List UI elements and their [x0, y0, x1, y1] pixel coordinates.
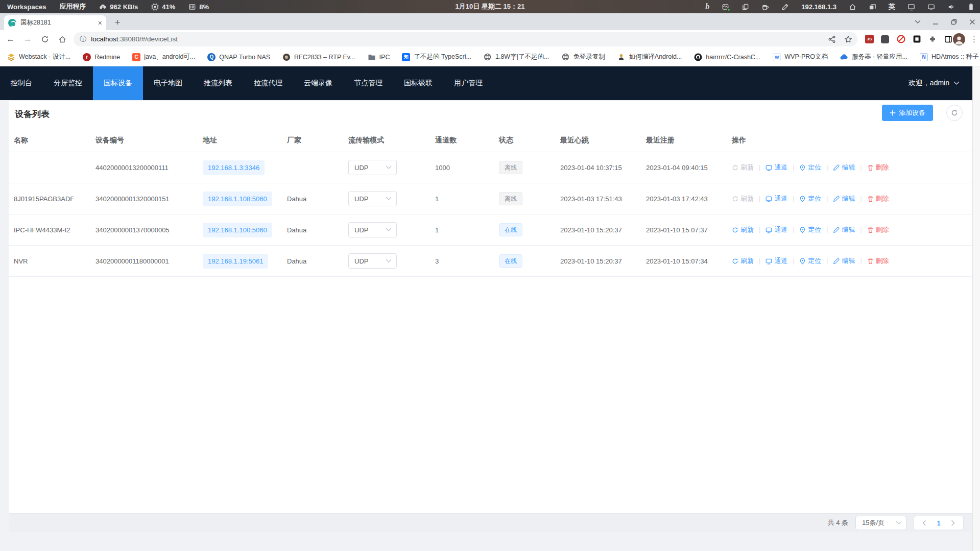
- bookmark-item[interactable]: r Redmine: [83, 53, 120, 61]
- bookmark-item[interactable]: N HDAtmos :: 种子 *...: [920, 53, 980, 61]
- op-channels-link[interactable]: 通道: [766, 256, 787, 266]
- browser-tab[interactable]: 国标28181 ×: [4, 15, 106, 30]
- op-channels-link[interactable]: 通道: [766, 225, 787, 234]
- nav-item-5[interactable]: 拉流代理: [243, 66, 293, 100]
- op-refresh-link[interactable]: 刷新: [732, 256, 754, 266]
- stream-mode-select[interactable]: UDP: [348, 253, 397, 269]
- op-edit-link[interactable]: 编辑: [833, 163, 855, 172]
- nav-item-6[interactable]: 云端录像: [293, 66, 343, 100]
- device-address-chip[interactable]: 192.168.1.108:5060: [203, 191, 272, 206]
- side-panel-extension-icon[interactable]: [944, 35, 953, 44]
- dark-extension-extension-icon[interactable]: [880, 35, 890, 44]
- op-delete-link[interactable]: 删除: [867, 163, 889, 172]
- back-icon[interactable]: ←: [4, 33, 17, 46]
- page-scrollbar[interactable]: [972, 66, 980, 551]
- reload-icon[interactable]: [38, 33, 52, 46]
- nav-item-0[interactable]: 控制台: [0, 66, 43, 100]
- ip-address-indicator[interactable]: 192.168.1.3: [801, 3, 836, 11]
- bing-icon[interactable]: b: [705, 3, 709, 11]
- bookmark-star-icon[interactable]: [844, 35, 852, 43]
- nav-item-9[interactable]: 用户管理: [443, 66, 493, 100]
- window-minimize-button[interactable]: [932, 18, 939, 26]
- prev-page-button[interactable]: [917, 516, 931, 530]
- op-edit-link[interactable]: 编辑: [833, 225, 855, 234]
- bookmark-item[interactable]: 知 了不起的 TypeScri...: [402, 53, 471, 61]
- js-badge-extension-icon[interactable]: JS: [865, 35, 874, 44]
- window-menu-chevron-icon[interactable]: [915, 20, 921, 24]
- bookmark-item[interactable]: C java、android可...: [132, 53, 195, 61]
- input-method-indicator[interactable]: 英: [889, 2, 895, 11]
- bookmark-item[interactable]: 1.8W字|了不起的...: [484, 53, 549, 61]
- nav-item-3[interactable]: 电子地图: [143, 66, 193, 100]
- nav-item-7[interactable]: 节点管理: [343, 66, 393, 100]
- stream-mode-select[interactable]: UDP: [348, 222, 397, 237]
- op-refresh-link[interactable]: 刷新: [732, 163, 754, 172]
- op-locate-link[interactable]: 定位: [799, 163, 821, 172]
- op-delete-link[interactable]: 删除: [867, 256, 889, 266]
- bookmark-item[interactable]: Q QNAP Turbo NAS: [207, 53, 270, 61]
- qr-scanner-extension-icon[interactable]: [912, 35, 921, 44]
- next-page-button[interactable]: [946, 516, 960, 530]
- volume-icon[interactable]: [947, 3, 955, 11]
- bookmark-item[interactable]: RFC2833 – RTP Ev...: [282, 53, 355, 61]
- site-info-icon[interactable]: ⓘ: [80, 35, 86, 44]
- applications-menu[interactable]: 应用程序: [59, 2, 86, 11]
- op-locate-link[interactable]: 定位: [799, 256, 821, 266]
- blocked-extension-icon[interactable]: [896, 35, 905, 44]
- op-refresh-link[interactable]: 刷新: [732, 225, 754, 234]
- add-device-button[interactable]: 添加设备: [882, 105, 933, 121]
- op-edit-link[interactable]: 编辑: [833, 256, 855, 266]
- forward-icon[interactable]: →: [21, 33, 35, 46]
- stream-mode-select[interactable]: UDP: [348, 160, 397, 175]
- bookmark-item[interactable]: Webstack - 设计...: [7, 53, 70, 61]
- window-close-button[interactable]: [969, 18, 976, 26]
- copy-icon[interactable]: [742, 3, 749, 11]
- home-icon[interactable]: [56, 33, 69, 46]
- op-delete-link[interactable]: 删除: [867, 225, 889, 234]
- workspaces-button[interactable]: Workspaces: [7, 3, 46, 11]
- op-locate-link[interactable]: 定位: [799, 194, 821, 203]
- op-locate-link[interactable]: 定位: [799, 225, 821, 234]
- color-picker-icon[interactable]: [781, 3, 789, 11]
- tab-close-icon[interactable]: ×: [98, 19, 102, 27]
- stream-mode-select[interactable]: UDP: [348, 191, 397, 206]
- bookmark-item[interactable]: 如何编译Android...: [617, 53, 682, 61]
- refresh-list-button[interactable]: [946, 105, 963, 121]
- op-channels-link[interactable]: 通道: [766, 163, 787, 172]
- device-address-chip[interactable]: 192.168.1.3:3346: [203, 160, 265, 175]
- url-bar[interactable]: ⓘ localhost :38080/#/deviceList: [74, 32, 857, 46]
- nav-item-4[interactable]: 推流列表: [193, 66, 243, 100]
- bookmark-item[interactable]: 服务器 - 轻量应用...: [840, 53, 907, 61]
- window-switcher-icon[interactable]: [869, 3, 876, 11]
- op-refresh-link[interactable]: 刷新: [732, 194, 754, 203]
- url-host: localhost: [91, 35, 118, 43]
- nav-item-8[interactable]: 国标级联: [393, 66, 443, 100]
- device-address-chip[interactable]: 192.168.1.100:5060: [203, 223, 272, 237]
- bookmark-item[interactable]: 免登录复制: [561, 53, 605, 61]
- bookmark-item[interactable]: hairrrrr/C-CrashC...: [694, 53, 760, 61]
- nav-item-1[interactable]: 分屏监控: [43, 66, 93, 100]
- user-menu[interactable]: 欢迎，admin: [909, 66, 960, 100]
- browser-menu-icon[interactable]: ⋮: [970, 35, 980, 44]
- bookmark-item[interactable]: IPC: [368, 53, 390, 61]
- nav-item-2[interactable]: 国标设备: [93, 66, 143, 100]
- home-icon[interactable]: [849, 3, 856, 11]
- new-tab-button[interactable]: +: [111, 16, 124, 29]
- bookmark-item[interactable]: W WVP-PRO文档: [773, 53, 828, 61]
- cast-icon[interactable]: [907, 3, 915, 11]
- share-icon[interactable]: [828, 35, 836, 43]
- current-page[interactable]: 1: [931, 519, 946, 527]
- op-delete-link[interactable]: 删除: [867, 194, 889, 203]
- op-channels-link[interactable]: 通道: [766, 194, 787, 203]
- page-size-select[interactable]: 15条/页: [855, 516, 906, 530]
- clock[interactable]: 1月10日 星期二 15：21: [456, 2, 525, 11]
- op-edit-link[interactable]: 编辑: [833, 194, 855, 203]
- profile-avatar[interactable]: [953, 33, 965, 45]
- device-address-chip[interactable]: 192.168.1.19:5061: [203, 254, 268, 269]
- screenshot-icon[interactable]: [722, 3, 729, 11]
- display-icon[interactable]: [927, 3, 935, 11]
- battery-icon[interactable]: [967, 3, 975, 11]
- coffee-icon[interactable]: [761, 3, 769, 11]
- window-restore-button[interactable]: [950, 18, 958, 26]
- puzzle-extension-icon[interactable]: [928, 35, 937, 44]
